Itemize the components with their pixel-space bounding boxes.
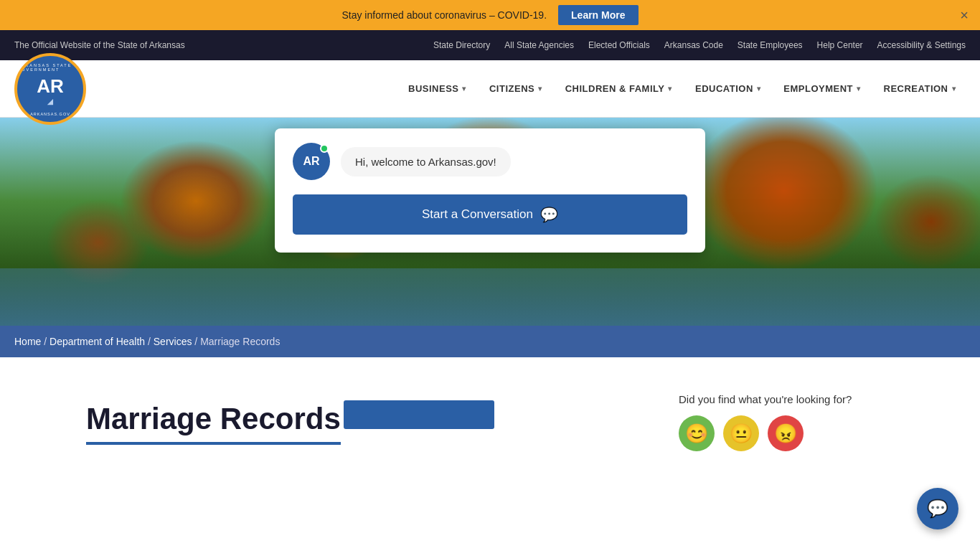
logo-ar-text: AR: [37, 75, 64, 98]
top-nav-elected-officials[interactable]: Elected Officials: [588, 40, 650, 50]
chat-header: AR Hi, welcome to Arkansas.gov!: [293, 143, 687, 180]
top-nav-accessibility-settings[interactable]: Accessibility & Settings: [877, 40, 966, 50]
alert-close-button[interactable]: ×: [960, 7, 969, 24]
nav-business-label: BUSINESS: [408, 83, 458, 94]
logo-ring-bottom-text: ARKANSAS.GOV: [30, 112, 70, 116]
top-navigation: The Official Website of the State of Ark…: [0, 30, 980, 60]
top-nav-arkansas-code[interactable]: Arkansas Code: [664, 40, 723, 50]
blue-button-preview: [344, 400, 494, 429]
feedback-section: Did you find what you're looking for? 😊 …: [679, 386, 894, 458]
chat-welcome-bubble: Hi, welcome to Arkansas.gov!: [341, 147, 511, 176]
floating-chat-icon: 💬: [927, 499, 948, 519]
chat-widget: AR Hi, welcome to Arkansas.gov! Start a …: [275, 128, 705, 253]
main-content: Marriage Records Did you find what you'r…: [0, 357, 980, 487]
breadcrumb-current: Marriage Records: [200, 336, 280, 347]
chat-avatar: AR: [293, 143, 330, 180]
nav-business[interactable]: BUSINESS ▾: [398, 77, 476, 100]
breadcrumb: Home / Department of Health / Services /…: [0, 326, 980, 357]
chat-bubble-icon: 💬: [540, 206, 558, 223]
start-conversation-button[interactable]: Start a Conversation 💬: [293, 194, 687, 235]
learn-more-button[interactable]: Learn More: [558, 5, 638, 25]
breadcrumb-separator-1: /: [44, 336, 50, 347]
happy-face-icon: 😊: [685, 423, 708, 445]
nav-children-family[interactable]: CHILDREN & FAMILY ▾: [555, 77, 682, 100]
nav-citizens[interactable]: CITIZENS ▾: [479, 77, 552, 100]
chevron-down-icon: ▾: [538, 85, 542, 93]
feedback-box: Did you find what you're looking for? 😊 …: [679, 386, 894, 458]
site-logo[interactable]: ARKANSAS STATE GOVERNMENT AR ◢ ARKANSAS.…: [14, 53, 86, 125]
breadcrumb-home[interactable]: Home: [14, 336, 41, 347]
feedback-neutral-button[interactable]: 😐: [723, 415, 759, 451]
nav-citizens-label: CITIZENS: [489, 83, 534, 94]
page-title: Marriage Records: [86, 402, 341, 445]
top-nav-state-directory[interactable]: State Directory: [433, 40, 490, 50]
floating-chat-button[interactable]: 💬: [917, 488, 958, 529]
hero-section: AR Hi, welcome to Arkansas.gov! Start a …: [0, 118, 980, 326]
chat-avatar-text: AR: [303, 155, 319, 168]
chevron-down-icon: ▾: [462, 85, 466, 93]
nav-recreation[interactable]: RECREATION ▾: [874, 77, 966, 100]
top-nav-state-employees[interactable]: State Employees: [738, 40, 803, 50]
start-conversation-label: Start a Conversation: [422, 207, 533, 222]
chevron-down-icon: ▾: [668, 85, 672, 93]
alert-text: Stay informed about coronavirus – COVID-…: [341, 9, 547, 21]
chat-welcome-text: Hi, welcome to Arkansas.gov!: [355, 156, 496, 168]
chevron-down-icon: ▾: [757, 85, 761, 93]
breadcrumb-separator-3: /: [194, 336, 200, 347]
top-nav-help-center[interactable]: Help Center: [817, 40, 863, 50]
chevron-down-icon: ▾: [857, 85, 861, 93]
nav-recreation-label: RECREATION: [884, 83, 948, 94]
nav-education-label: EDUCATION: [695, 83, 753, 94]
breadcrumb-department-of-health[interactable]: Department of Health: [50, 336, 145, 347]
top-nav-all-state-agencies[interactable]: All State Agencies: [504, 40, 574, 50]
neutral-face-icon: 😐: [730, 423, 753, 445]
logo-ring-top-text: ARKANSAS STATE GOVERNMENT: [17, 63, 83, 72]
nav-employment-label: EMPLOYMENT: [783, 83, 853, 94]
breadcrumb-services[interactable]: Services: [154, 336, 192, 347]
feedback-question: Did you find what you're looking for?: [679, 393, 894, 405]
main-nav-links: BUSINESS ▾ CITIZENS ▾ CHILDREN & FAMILY …: [108, 77, 966, 100]
feedback-happy-button[interactable]: 😊: [679, 415, 715, 451]
online-status-indicator: [320, 144, 329, 153]
official-website-text: The Official Website of the State of Ark…: [14, 40, 433, 50]
feedback-emoji-row: 😊 😐 😠: [679, 415, 894, 451]
logo-map-icon: ◢: [47, 98, 53, 105]
chevron-down-icon: ▾: [952, 85, 956, 93]
breadcrumb-separator-2: /: [148, 336, 154, 347]
alert-bar: Stay informed about coronavirus – COVID-…: [0, 0, 980, 30]
nav-children-family-label: CHILDREN & FAMILY: [565, 83, 665, 94]
content-area: Marriage Records: [86, 386, 650, 458]
nav-education[interactable]: EDUCATION ▾: [685, 77, 771, 100]
sad-face-icon: 😠: [774, 423, 797, 445]
feedback-sad-button[interactable]: 😠: [768, 415, 804, 451]
top-nav-links: State Directory All State Agencies Elect…: [433, 40, 966, 50]
arkansas-logo: ARKANSAS STATE GOVERNMENT AR ◢ ARKANSAS.…: [14, 53, 86, 125]
nav-employment[interactable]: EMPLOYMENT ▾: [773, 77, 870, 100]
main-navigation: ARKANSAS STATE GOVERNMENT AR ◢ ARKANSAS.…: [0, 60, 980, 118]
